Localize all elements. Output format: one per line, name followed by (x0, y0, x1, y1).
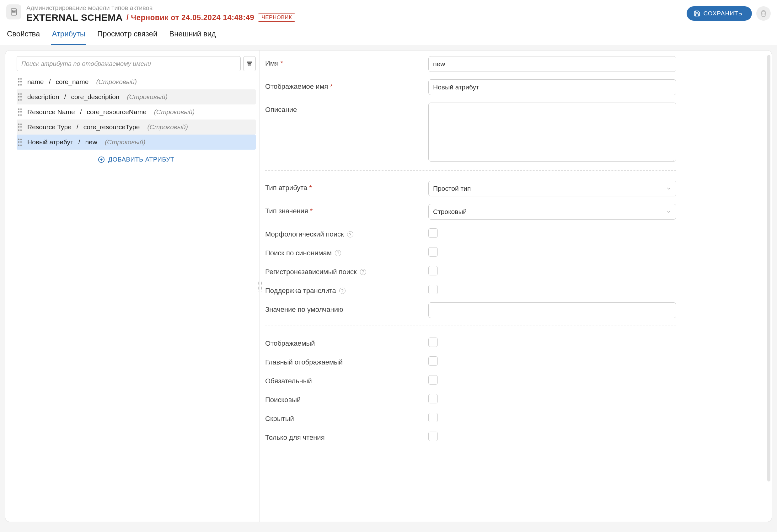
save-button-label: СОХРАНИТЬ (703, 10, 743, 17)
attribute-row[interactable]: ••••••description/core_description(Строк… (17, 90, 256, 105)
value-type-select[interactable]: Строковый (428, 204, 676, 220)
section-divider (265, 325, 676, 326)
tab-attributes[interactable]: Атрибуты (51, 23, 86, 45)
attr-type-value: Простой тип (433, 185, 471, 192)
attribute-type: (Строковый) (154, 108, 195, 116)
trash-icon (760, 10, 767, 17)
name-label: Имя* (265, 56, 428, 68)
help-icon[interactable]: ? (339, 288, 345, 294)
required-label: Обязательный (265, 374, 428, 385)
readonly-checkbox[interactable] (428, 432, 438, 441)
attribute-row[interactable]: ••••••name/core_name(Строковый) (17, 74, 256, 90)
translit-label: Поддержка транслита ? (265, 284, 428, 295)
readonly-label: Только для чтения (265, 430, 428, 442)
page-title: EXTERNAL SCHEMA / Черновик от 24.05.2024… (26, 12, 687, 23)
description-label: Описание (265, 103, 428, 114)
attribute-type: (Строковый) (96, 78, 136, 86)
attribute-system-name: core_resourceName (87, 108, 146, 116)
slash-separator: / (49, 78, 51, 86)
drag-handle-icon[interactable]: •••••• (17, 93, 23, 101)
drag-handle-icon[interactable]: •••••• (17, 108, 23, 116)
save-icon (693, 10, 700, 17)
case-insensitive-label: Регистронезависимый поиск ? (265, 265, 428, 276)
column-divider[interactable] (259, 50, 259, 522)
hidden-checkbox[interactable] (428, 413, 438, 422)
attribute-system-name: new (85, 138, 97, 146)
svg-rect-5 (249, 65, 250, 66)
svg-rect-0 (11, 9, 16, 15)
displayed-checkbox[interactable] (428, 338, 438, 347)
attribute-row[interactable]: ••••••Новый атрибут/new(Строковый) (17, 135, 256, 150)
synonym-search-label: Поиск по синонимам ? (265, 246, 428, 257)
attribute-system-name: core_resourceType (84, 123, 140, 131)
attribute-list: ••••••name/core_name(Строковый)••••••des… (17, 74, 256, 150)
slash-separator: / (80, 108, 82, 116)
chevron-down-icon (666, 186, 672, 191)
add-attribute-button[interactable]: ДОБАВИТЬ АТРИБУТ (17, 150, 256, 169)
name-input[interactable] (428, 56, 676, 72)
tab-properties[interactable]: Свойства (6, 23, 40, 45)
attribute-display-name: Resource Type (27, 123, 72, 131)
tabs: Свойства Атрибуты Просмотр связей Внешни… (0, 23, 777, 45)
save-button[interactable]: СОХРАНИТЬ (687, 6, 752, 21)
model-icon (6, 4, 21, 19)
display-name-input[interactable] (428, 79, 676, 95)
required-checkbox[interactable] (428, 375, 438, 385)
drag-handle-icon[interactable]: •••••• (17, 78, 23, 86)
help-icon[interactable]: ? (335, 250, 341, 256)
help-icon[interactable]: ? (360, 269, 366, 275)
slash-separator: / (77, 123, 79, 131)
translit-checkbox[interactable] (428, 285, 438, 294)
svg-rect-4 (248, 63, 251, 64)
draft-timestamp: / Черновик от 24.05.2024 14:48:49 (126, 13, 254, 22)
tab-appearance[interactable]: Внешний вид (169, 23, 217, 45)
filter-button[interactable] (243, 56, 256, 71)
synonym-search-checkbox[interactable] (428, 247, 438, 257)
svg-rect-1 (12, 10, 15, 11)
displayed-label: Отображаемый (265, 336, 428, 348)
attr-type-select[interactable]: Простой тип (428, 181, 676, 196)
schema-name: EXTERNAL SCHEMA (26, 12, 123, 23)
searchable-label: Поисковый (265, 393, 428, 404)
scrollbar[interactable] (767, 55, 770, 482)
svg-rect-2 (12, 12, 15, 12)
chevron-down-icon (666, 209, 672, 215)
help-icon[interactable]: ? (347, 231, 353, 238)
attribute-display-name: Resource Name (27, 108, 75, 116)
hidden-label: Скрытый (265, 412, 428, 423)
attribute-system-name: core_name (56, 78, 89, 86)
value-type-value: Строковый (433, 208, 467, 216)
drag-handle-icon[interactable]: •••••• (17, 138, 23, 146)
delete-button[interactable] (756, 6, 771, 21)
tab-relations-view[interactable]: Просмотр связей (97, 23, 158, 45)
add-attribute-label: ДОБАВИТЬ АТРИБУТ (108, 156, 174, 163)
attribute-type: (Строковый) (147, 123, 188, 131)
attribute-type: (Строковый) (105, 138, 145, 146)
breadcrumb: Администрирование модели типов активов (26, 4, 687, 12)
display-name-label: Отображаемое имя* (265, 79, 428, 91)
svg-rect-3 (247, 62, 252, 63)
attribute-display-name: Новый атрибут (27, 138, 74, 146)
draft-badge: ЧЕРНОВИК (258, 13, 295, 22)
attribute-display-name: description (27, 93, 59, 101)
attribute-system-name: core_description (71, 93, 119, 101)
case-insensitive-checkbox[interactable] (428, 266, 438, 275)
section-divider (265, 170, 676, 171)
attribute-type: (Строковый) (127, 93, 168, 101)
plus-circle-icon (98, 156, 105, 163)
default-value-input[interactable] (428, 302, 676, 318)
default-value-label: Значение по умолчанию (265, 302, 428, 314)
slash-separator: / (79, 138, 80, 146)
morpho-search-checkbox[interactable] (428, 228, 438, 238)
main-displayed-checkbox[interactable] (428, 356, 438, 366)
searchable-checkbox[interactable] (428, 394, 438, 403)
morpho-search-label: Морфологический поиск ? (265, 227, 428, 238)
attribute-row[interactable]: ••••••Resource Name/core_resourceName(Ст… (17, 105, 256, 120)
drag-handle-icon[interactable]: •••••• (17, 123, 23, 131)
attribute-row[interactable]: ••••••Resource Type/core_resourceType(Ст… (17, 120, 256, 135)
description-textarea[interactable] (428, 103, 676, 161)
filter-icon (246, 60, 253, 67)
attribute-display-name: name (27, 78, 44, 86)
attribute-search-input[interactable] (17, 56, 241, 71)
slash-separator: / (64, 93, 66, 101)
